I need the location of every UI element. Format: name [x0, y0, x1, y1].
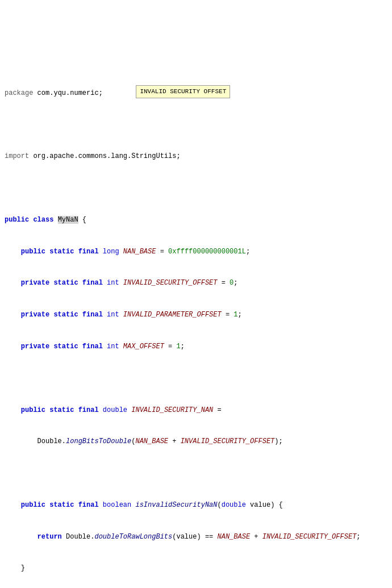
code-line-3: import org.apache.commons.lang.StringUti…: [0, 151, 392, 162]
code-line-11: public static final double INVALID_SECUR…: [0, 405, 392, 416]
code-line-7: private static final int INVALID_SECURIT…: [0, 278, 392, 289]
code-editor: INVALID SECURITY OFFSET package com.yqu.…: [0, 0, 392, 588]
code-line-9: private static final int MAX_OFFSET = 1;: [0, 341, 392, 352]
code-line-8: private static final int INVALID_PARAMET…: [0, 310, 392, 320]
code-line-4: [0, 183, 392, 194]
tooltip-text: INVALID SECURITY OFFSET: [140, 88, 226, 95]
tooltip: INVALID SECURITY OFFSET: [136, 85, 230, 98]
code-line-10: [0, 373, 392, 384]
code-line-2: [0, 120, 392, 131]
code-line-5: public class MyNaN {: [0, 215, 392, 226]
code-line-15: return Double.doubleToRawLongBits(value)…: [0, 532, 392, 543]
code-line-13: [0, 468, 392, 479]
code-line-12: Double.longBitsToDouble(NAN_BASE + INVAL…: [0, 436, 392, 447]
code-line-14: public static final boolean isInvalidSec…: [0, 500, 392, 511]
code-line-6: public static final long NAN_BASE = 0xff…: [0, 247, 392, 257]
code-line-16: }: [0, 563, 392, 574]
